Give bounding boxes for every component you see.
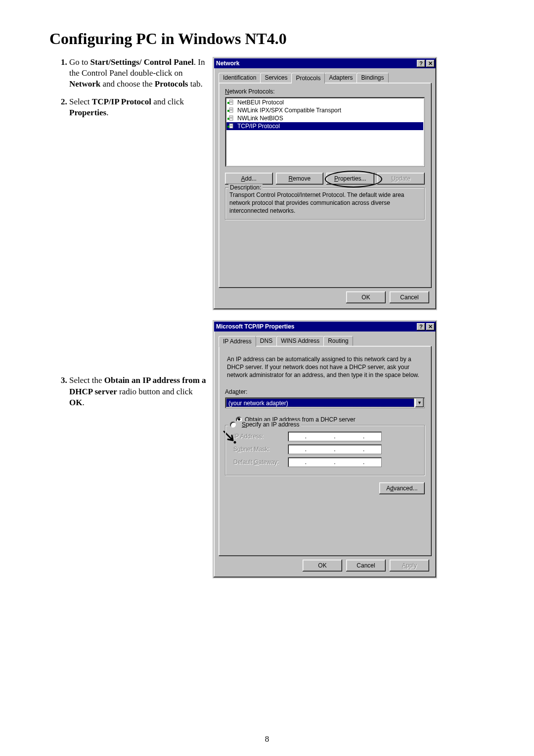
instruction-step-3: Select the Obtain an IP address from a D…	[69, 125, 208, 408]
page-number: 8	[0, 734, 534, 744]
ok-button[interactable]: OK	[346, 291, 386, 303]
text-u: d	[390, 485, 394, 492]
ip-address-row: IP Address: ...	[230, 431, 419, 441]
text-u: R	[288, 175, 293, 182]
network-tabs: Identification Services Protocols Adapte…	[219, 73, 431, 83]
content-row: Go to Start/Settings/ Control Panel. In …	[49, 57, 485, 578]
list-item[interactable]: NWLink NetBIOS	[226, 114, 423, 122]
network-dialog-buttons: OK Cancel	[219, 291, 431, 304]
tcpip-dialog-title: Microsoft TCP/IP Properties	[216, 323, 416, 330]
text-u: P	[334, 175, 338, 182]
ok-button[interactable]: OK	[303, 560, 342, 571]
text-u: S	[242, 421, 246, 428]
text: Select	[69, 97, 92, 106]
default-gateway-row: Default Gateway: ...	[230, 457, 419, 467]
text-bold: TCP/IP Protocol	[92, 97, 151, 106]
text-u: U	[391, 175, 396, 182]
adapter-combobox[interactable]: (your network adapter) ▼	[225, 397, 425, 408]
text: Default	[233, 459, 254, 466]
close-button[interactable]: ✕	[426, 60, 435, 67]
close-icon: ✕	[428, 324, 433, 330]
description-legend: Description:	[228, 184, 263, 191]
text-u: u	[237, 446, 241, 453]
tab-identification[interactable]: Identification	[219, 73, 261, 83]
chevron-down-icon[interactable]: ▼	[415, 398, 424, 407]
instruction-step-2: Select TCP/IP Protocol and click Propert…	[69, 96, 208, 118]
tab-services[interactable]: Services	[260, 73, 292, 83]
description-text: Transport Control Protocol/Internet Prot…	[229, 191, 420, 215]
text: radio button and click	[117, 387, 193, 396]
properties-button[interactable]: Properties...	[326, 173, 374, 185]
text-u: A	[402, 562, 406, 569]
text: tab.	[188, 79, 202, 89]
text: ter:	[239, 388, 247, 395]
tcpip-titlebar[interactable]: Microsoft TCP/IP Properties ? ✕	[214, 322, 436, 331]
network-titlebar[interactable]: Network ? ✕	[214, 58, 436, 68]
tab-ip-address[interactable]: IP Address	[219, 336, 256, 347]
radio-specify-ip[interactable]: Specify an IP address	[228, 421, 301, 429]
help-icon: ?	[419, 61, 423, 66]
text: etwork Protocols:	[229, 88, 275, 95]
layout-spacer	[69, 125, 208, 375]
text: bnet Mask:	[241, 446, 270, 453]
text: roperties...	[338, 175, 366, 182]
tab-adapters[interactable]: Adapters	[324, 73, 357, 83]
radio-label: Specify an IP address	[242, 421, 300, 428]
tab-dns[interactable]: DNS	[256, 336, 277, 346]
adapter-label: Adapter:	[225, 388, 425, 395]
text-u: A	[241, 175, 245, 182]
list-item[interactable]: NWLink IPX/SPX Compatible Transport	[226, 106, 423, 114]
subnet-mask-label: Subnet Mask:	[230, 446, 288, 453]
add-button[interactable]: Add...	[225, 173, 273, 185]
update-button: Update	[377, 173, 425, 185]
text: .	[106, 108, 108, 117]
close-button[interactable]: ✕	[426, 323, 435, 331]
instructions-list: Go to Start/Settings/ Control Panel. In …	[49, 57, 208, 408]
protocols-listbox[interactable]: NetBEUI Protocol NWLink IPX/SPX Compatib…	[225, 97, 425, 167]
help-button[interactable]: ?	[417, 323, 425, 331]
tab-protocols[interactable]: Protocols	[291, 73, 325, 84]
tcpip-dialog-buttons: OK Cancel Apply	[219, 560, 431, 572]
text: and choose the	[100, 79, 155, 89]
text-bold: Network	[69, 79, 100, 89]
text-bold: OK	[69, 398, 82, 407]
list-item[interactable]: NetBEUI Protocol	[226, 98, 423, 106]
network-client: Identification Services Protocols Adapte…	[214, 69, 436, 309]
apply-button: Apply	[390, 560, 429, 571]
tab-bindings[interactable]: Bindings	[356, 73, 388, 83]
list-item-selected-tcpip[interactable]: TCP/IP Protocol	[226, 122, 423, 130]
svg-rect-4	[227, 110, 229, 112]
page-heading: Configuring PC in Windows NT4.0	[49, 30, 485, 48]
text-u: N	[225, 88, 229, 95]
svg-rect-12	[227, 126, 229, 128]
help-icon: ?	[419, 324, 423, 330]
network-dialog-title: Network	[216, 60, 416, 67]
text: vanced...	[394, 485, 418, 492]
advanced-row: Advanced...	[225, 482, 425, 494]
cancel-button[interactable]: Cancel	[346, 560, 386, 571]
remove-button[interactable]: Remove	[276, 173, 324, 185]
text: P Address:	[235, 433, 264, 440]
cancel-button[interactable]: Cancel	[390, 291, 429, 303]
text: pecify an IP address	[246, 421, 300, 428]
instructions-column: Go to Start/Settings/ Control Panel. In …	[49, 57, 213, 415]
ip-address-label: IP Address:	[230, 433, 288, 440]
description-group: Description: Transport Control Protocol/…	[225, 188, 425, 220]
page: Configuring PC in Windows NT4.0 Go to St…	[0, 0, 534, 756]
text: Select the	[69, 376, 104, 385]
tab-wins[interactable]: WINS Address	[276, 336, 324, 346]
text: Go to	[69, 57, 90, 67]
text: ateway:	[259, 459, 279, 466]
subnet-mask-input: ...	[288, 444, 382, 454]
protocol-icon	[227, 107, 235, 114]
ip-address-panel: An IP address can be automatically assig…	[219, 346, 431, 556]
tab-routing[interactable]: Routing	[323, 336, 353, 346]
help-button[interactable]: ?	[417, 60, 425, 67]
protocol-icon	[227, 123, 235, 130]
tcpip-properties-dialog: Microsoft TCP/IP Properties ? ✕ IP Addre…	[213, 320, 437, 578]
text-bold: Protocols	[155, 79, 188, 89]
protocol-icon	[227, 99, 235, 106]
text: .	[82, 398, 84, 407]
advanced-button[interactable]: Advanced...	[379, 482, 425, 494]
ip-explain-text: An IP address can be automatically assig…	[227, 355, 423, 379]
